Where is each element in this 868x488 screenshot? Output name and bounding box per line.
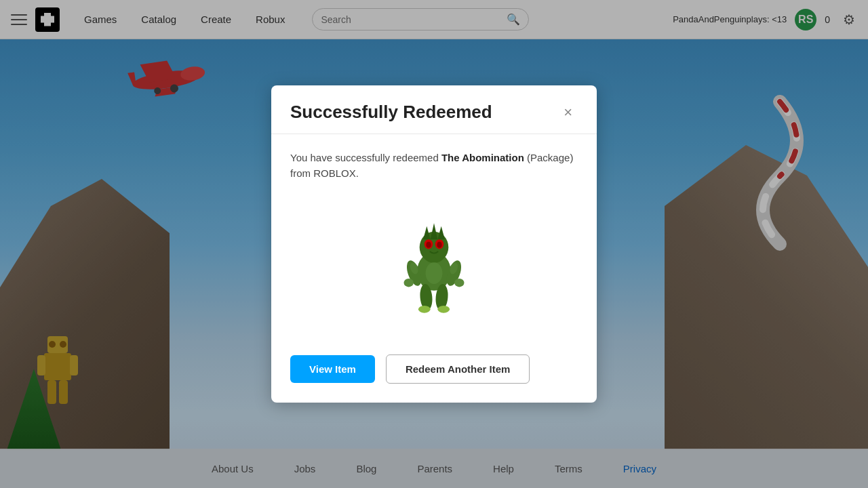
item-character-image [380,208,488,317]
modal-close-button[interactable]: × [558,102,578,123]
item-image-area [290,195,578,336]
svg-point-31 [437,306,450,313]
success-modal: Successfully Redeemed × You have success… [271,85,597,403]
svg-point-28 [404,279,414,287]
redeem-another-button[interactable]: Redeem Another Item [386,354,530,384]
svg-point-23 [437,242,441,248]
modal-body: You have successfully redeemed The Abomi… [271,134,597,346]
svg-point-30 [418,306,431,313]
svg-point-22 [426,242,431,248]
item-name: The Abomination [441,152,524,163]
modal-message: You have successfully redeemed The Abomi… [290,150,578,181]
message-prefix: You have successfully redeemed [290,152,441,163]
svg-point-29 [454,279,464,287]
view-item-button[interactable]: View Item [290,355,375,383]
modal-header: Successfully Redeemed × [271,85,597,134]
modal-overlay: Successfully Redeemed × You have success… [0,0,868,488]
modal-footer: View Item Redeem Another Item [271,346,597,403]
modal-title: Successfully Redeemed [290,102,492,123]
svg-marker-17 [431,223,438,239]
svg-point-32 [426,262,443,284]
